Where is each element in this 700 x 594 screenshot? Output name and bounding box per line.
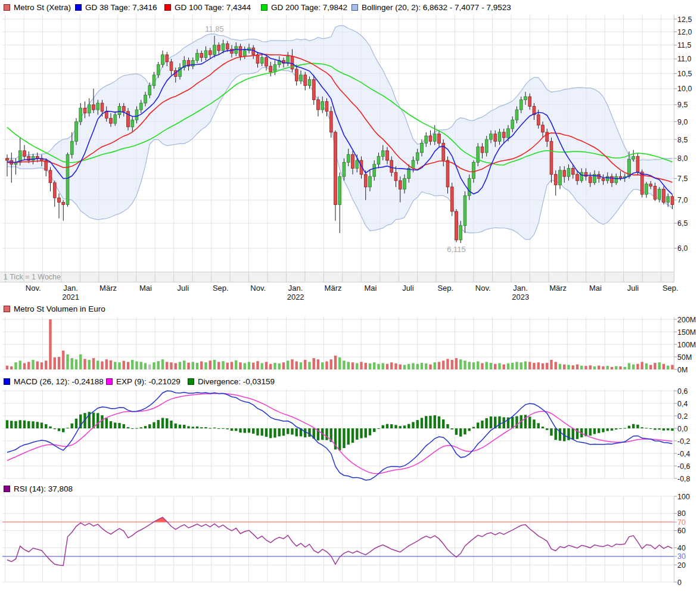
svg-text:9,0: 9,0: [677, 118, 687, 126]
svg-text:12,5: 12,5: [677, 15, 692, 24]
rsi-legend: RSI (14): 37,808: [0, 483, 700, 494]
legend-label: GD 100 Tage: 7,4344: [175, 3, 251, 12]
volume-legend: Metro St Volumen in Euro: [0, 303, 700, 314]
svg-text:0M: 0M: [677, 366, 687, 374]
svg-text:30: 30: [677, 552, 686, 561]
svg-text:11,5: 11,5: [677, 41, 691, 49]
svg-text:20: 20: [677, 561, 686, 570]
svg-text:8,5: 8,5: [677, 136, 687, 144]
rsi-line: [7, 517, 673, 565]
month-label: März: [99, 284, 117, 293]
month-label: März: [549, 284, 567, 293]
month-label: Juli: [627, 284, 639, 293]
month-label: Mai: [365, 284, 377, 293]
rsi-panel: [2, 496, 674, 582]
svg-text:40: 40: [677, 544, 686, 552]
rsi-y-axis: 1008070604030200: [674, 493, 690, 587]
extreme-label: 6,115: [447, 245, 466, 254]
svg-text:100M: 100M: [677, 341, 696, 349]
svg-text:0,2: 0,2: [677, 412, 687, 421]
extreme-label: 11,85: [205, 24, 224, 33]
price-legend: Metro St (Xetra) GD 38 Tage: 7,3416 GD 1…: [0, 2, 700, 13]
gd200-swatch-icon: [261, 4, 267, 11]
legend-label: MACD (26, 12): -0,24188: [14, 377, 104, 386]
svg-text:-0,6: -0,6: [677, 462, 690, 471]
legend-label: EXP (9): -0,21029: [116, 377, 181, 386]
svg-text:-0,4: -0,4: [677, 450, 690, 458]
svg-text:6,5: 6,5: [677, 219, 687, 228]
month-label: Juli: [402, 284, 414, 293]
tick-note: 1 Tick = 1 Woche: [4, 273, 61, 281]
legend-label: GD 200 Tage: 7,9842: [271, 3, 347, 12]
charts-svg: 11,856,11512,512,011,511,010,510,09,59,0…: [0, 0, 700, 594]
legend-item-macd: MACD (26, 12): -0,24188: [4, 376, 104, 387]
svg-text:10,5: 10,5: [677, 70, 692, 78]
legend-label: Metro St Volumen in Euro: [14, 304, 105, 313]
month-label: Mai: [589, 284, 602, 293]
month-label: Juli: [178, 284, 189, 293]
month-label: Nov.: [475, 284, 491, 293]
svg-text:-0,8: -0,8: [677, 475, 690, 483]
gd100-swatch-icon: [164, 4, 171, 11]
legend-item-metro: Metro St (Xetra): [4, 2, 71, 13]
macd-y-axis: 0,60,40,20,0-0,2-0,4-0,6-0,8: [674, 387, 690, 483]
bollinger-swatch-icon: [351, 4, 358, 11]
svg-text:6,0: 6,0: [677, 244, 687, 253]
svg-text:50M: 50M: [677, 353, 692, 362]
month-label: Mai: [139, 284, 152, 293]
volume-y-axis: 200M150M100M50M0M: [674, 316, 696, 374]
year-label: 2023: [512, 293, 529, 301]
svg-text:80: 80: [677, 509, 686, 518]
macd-swatch-icon: [4, 378, 10, 385]
svg-text:7,5: 7,5: [677, 175, 687, 183]
rsi-swatch-icon: [4, 486, 10, 492]
legend-label: RSI (14): 37,808: [14, 484, 73, 493]
svg-text:60: 60: [677, 527, 686, 535]
month-label: Jan.: [513, 284, 528, 293]
month-label: Sep.: [437, 284, 453, 293]
svg-text:8,0: 8,0: [677, 154, 687, 163]
svg-text:200M: 200M: [677, 316, 696, 324]
x-axis-labels: Nov.Jan.2021MärzMaiJuliSep.Nov.Jan.2022M…: [26, 284, 679, 301]
legend-item-gd100: GD 100 Tage: 7,4344: [164, 2, 251, 13]
svg-text:0: 0: [677, 579, 682, 587]
svg-text:150M: 150M: [677, 328, 696, 337]
month-label: Jan.: [288, 284, 303, 293]
legend-label: GD 38 Tage: 7,3416: [85, 3, 157, 12]
legend-item-rsi: RSI (14): 37,808: [4, 483, 73, 494]
legend-label: Bollinger (20, 2): 6,8632 - 7,4077 - 7,9…: [362, 3, 511, 12]
month-label: Sep.: [662, 284, 679, 293]
month-label: Sep.: [213, 284, 229, 293]
month-label: Jan.: [63, 284, 78, 293]
svg-text:10,0: 10,0: [677, 85, 692, 93]
svg-text:70: 70: [677, 518, 686, 527]
divergence-swatch-icon: [188, 378, 194, 385]
month-label: Nov.: [250, 284, 266, 293]
legend-item-bollinger: Bollinger (20, 2): 6,8632 - 7,4077 - 7,9…: [351, 2, 511, 13]
month-label: Nov.: [26, 284, 41, 293]
exp-swatch-icon: [106, 378, 113, 385]
legend-label: Metro St (Xetra): [14, 3, 71, 12]
metro-swatch-icon: [4, 4, 10, 11]
svg-text:11,0: 11,0: [677, 55, 691, 63]
year-label: 2022: [287, 293, 304, 301]
legend-label: Divergence: -0,03159: [198, 377, 275, 386]
price-y-axis: 12,512,011,511,010,510,09,59,08,58,07,57…: [674, 15, 692, 253]
legend-item-volume: Metro St Volumen in Euro: [4, 303, 105, 314]
rsi-overbought-fill: [7, 517, 673, 522]
month-label: März: [325, 284, 342, 293]
svg-text:-0,2: -0,2: [677, 437, 690, 446]
svg-text:12,0: 12,0: [677, 28, 692, 36]
tick-strip: 1 Tick = 1 Woche: [0, 272, 674, 282]
macd-legend: MACD (26, 12): -0,24188 EXP (9): -0,2102…: [0, 376, 700, 387]
svg-text:9,5: 9,5: [677, 101, 687, 109]
chart-page: 11,856,11512,512,011,511,010,510,09,59,0…: [0, 0, 700, 594]
svg-text:0,4: 0,4: [677, 400, 687, 408]
legend-item-divergence: Divergence: -0,03159: [188, 376, 275, 387]
svg-text:7,0: 7,0: [677, 196, 687, 204]
legend-item-exp: EXP (9): -0,21029: [106, 376, 181, 387]
legend-item-gd200: GD 200 Tage: 7,9842: [261, 2, 347, 13]
svg-text:0,6: 0,6: [677, 387, 687, 396]
gd38-swatch-icon: [75, 4, 82, 11]
svg-text:0,0: 0,0: [677, 425, 687, 433]
